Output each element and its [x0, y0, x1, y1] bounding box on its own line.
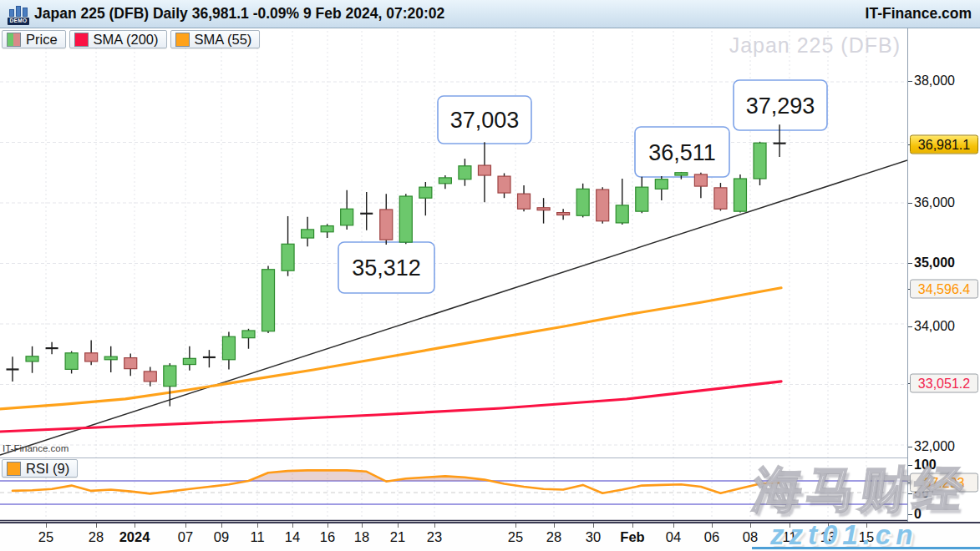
legend-rsi[interactable]: RSI (9) — [2, 459, 78, 478]
instrument-title: Japan 225 (DFB) Daily 36,981.1 -0.09% 9 … — [34, 5, 444, 23]
candle-up-body[interactable] — [65, 353, 78, 370]
candle-down-body[interactable] — [518, 194, 531, 209]
legend-price[interactable]: Price — [2, 30, 66, 48]
candle-down-body[interactable] — [597, 190, 609, 221]
time-axis-label: 23 — [427, 529, 442, 545]
candle-up-body[interactable] — [321, 226, 333, 232]
legend-sma55-label: SMA (55) — [195, 32, 252, 48]
sma-55-line — [0, 288, 781, 409]
annotation-box[interactable] — [734, 80, 827, 130]
time-axis-label: 07 — [178, 529, 193, 545]
time-axis-tick — [554, 523, 555, 528]
candle-doji-body[interactable] — [203, 356, 216, 358]
candle-up-body[interactable] — [616, 205, 628, 223]
price-axis-label: 32,000 — [914, 439, 955, 454]
candle-up-body[interactable] — [302, 230, 314, 238]
candle-up-body[interactable] — [282, 244, 294, 270]
candle-up-body[interactable] — [655, 179, 668, 190]
candle-doji-body[interactable] — [46, 347, 58, 349]
indicator-value-box: 34,596.4 — [910, 280, 978, 299]
annotation-label: 35,312 — [352, 255, 421, 281]
candle-up-body[interactable] — [341, 209, 353, 225]
rsi-line — [13, 470, 779, 493]
axis-tick — [908, 263, 912, 264]
annotation-box[interactable] — [338, 242, 434, 293]
time-axis-tick — [632, 523, 633, 528]
candle-up-body[interactable] — [419, 187, 432, 198]
time-axis-label: 06 — [704, 529, 719, 545]
time-axis-tick — [398, 523, 399, 528]
candle-down-body[interactable] — [85, 353, 98, 361]
time-axis-label: 16 — [320, 529, 335, 545]
time-axis-tick — [46, 523, 47, 528]
time-axis-tick — [593, 523, 594, 528]
candle-up-body[interactable] — [636, 187, 648, 211]
candle-doji-body[interactable] — [360, 213, 373, 215]
candle-down-body[interactable] — [694, 174, 707, 186]
mini-candles-icon — [9, 6, 28, 17]
legend-sma200[interactable]: SMA (200) — [69, 30, 167, 48]
axis-tick — [908, 203, 912, 204]
candle-up-body[interactable] — [459, 166, 471, 179]
candle-down-body[interactable] — [537, 208, 550, 210]
candle-up-body[interactable] — [262, 270, 275, 331]
candle-down-body[interactable] — [557, 213, 570, 215]
time-axis-label: 21 — [390, 529, 405, 545]
rsi-legend-row: RSI (9) — [2, 459, 78, 478]
site-watermark-underline — [752, 547, 980, 549]
price-axis-label: 36,000 — [914, 195, 955, 210]
indicator-value-box: 33,051.2 — [910, 374, 978, 393]
annotation-label: 37,003 — [450, 108, 520, 133]
candle-down-body[interactable] — [380, 210, 393, 240]
candle-up-body[interactable] — [399, 196, 412, 242]
time-axis-tick — [712, 523, 713, 528]
site-watermark-cjk: 海马财经 — [749, 457, 972, 523]
candle-up-body[interactable] — [242, 331, 255, 338]
candle-up-body[interactable] — [104, 356, 117, 360]
candle-up-body[interactable] — [734, 179, 746, 211]
candle-down-body[interactable] — [498, 176, 510, 193]
legend-sma55[interactable]: SMA (55) — [170, 30, 261, 48]
annotation-label: 37,293 — [746, 94, 815, 119]
legend-price-label: Price — [26, 32, 58, 48]
price-axis-label: 35,000 — [914, 255, 955, 270]
time-axis-tick — [221, 523, 222, 528]
time-axis-tick — [292, 523, 293, 528]
candle-down-body[interactable] — [714, 188, 727, 209]
candle-doji-body[interactable] — [7, 368, 19, 370]
brand-label: IT-Finance.com — [866, 5, 972, 23]
time-axis-label: 18 — [354, 529, 369, 545]
candle-up-body[interactable] — [164, 366, 176, 387]
time-axis-label: 2024 — [119, 529, 150, 545]
time-axis-tick — [434, 523, 435, 528]
time-axis-label: 11 — [250, 529, 264, 545]
candle-up-body[interactable] — [576, 189, 589, 215]
candle-up-body[interactable] — [183, 358, 195, 364]
price-axis-label: 34,000 — [914, 319, 955, 334]
time-axis-tick — [96, 523, 97, 528]
annotation-box[interactable] — [438, 96, 531, 144]
candle-up-body[interactable] — [222, 336, 235, 360]
time-axis-label: 04 — [666, 529, 681, 545]
candle-up-body[interactable] — [26, 356, 38, 361]
candle-down-body[interactable] — [478, 165, 490, 175]
axis-tick — [908, 81, 912, 82]
candle-down-body[interactable] — [124, 358, 137, 369]
price-chart-canvas[interactable]: 35,31237,00336,51137,293 — [0, 28, 907, 522]
candle-up-body[interactable] — [754, 143, 766, 179]
time-axis-label: 28 — [546, 529, 561, 545]
trendline[interactable] — [0, 160, 907, 455]
time-axis-label: Feb — [620, 529, 644, 545]
price-axis-label: 38,000 — [914, 73, 955, 88]
candle-down-body[interactable] — [144, 372, 156, 382]
time-axis-tick — [135, 523, 135, 528]
candle-up-body[interactable] — [675, 173, 688, 175]
time-axis-label: 30 — [586, 529, 601, 545]
candle-up-body[interactable] — [439, 178, 451, 184]
price-axis[interactable]: 38,00036,00035,00034,00032,00010050036,9… — [907, 28, 980, 522]
time-axis-label: 28 — [89, 529, 104, 545]
demo-badge-label: DEMO — [8, 18, 28, 25]
time-axis-tick — [750, 523, 751, 528]
candle-doji-body[interactable] — [774, 143, 786, 144]
annotation-box[interactable] — [635, 127, 729, 177]
